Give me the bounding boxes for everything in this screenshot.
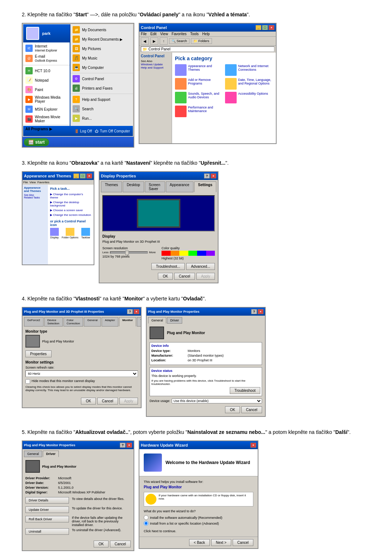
mp-close-btn[interactable]: × (258, 309, 264, 314)
pnp-tab-monitor[interactable]: Monitor (119, 317, 136, 327)
cp-file-menu[interactable]: File (141, 32, 147, 36)
huw-option-2-radio[interactable] (144, 521, 148, 526)
acc-folder-icon-item[interactable]: Folder Options (62, 228, 78, 239)
pnp-tab-troubleshoot[interactable]: Troubleshoot (137, 317, 142, 327)
dp-resolution-slider[interactable] (110, 251, 148, 254)
pnp-tab-general[interactable]: General (84, 317, 101, 327)
pnp-hide-modes-checkbox[interactable] (25, 379, 30, 384)
acc-display-icon-item[interactable]: Display (50, 228, 59, 239)
dp-tab-settings[interactable]: Settings (194, 181, 216, 192)
mp-ok-btn[interactable]: OK (225, 406, 240, 413)
acc-file-menu[interactable]: File (23, 181, 28, 184)
mp-tab-general[interactable]: General (148, 317, 166, 324)
driver-tab-general[interactable]: General (24, 451, 42, 457)
sm-email-item[interactable]: @ E-mailOutlook Express (23, 53, 70, 63)
driver-close-btn[interactable]: × (126, 443, 132, 448)
sm-paint-item[interactable]: 🎨 Paint (23, 85, 70, 94)
pnp-cancel-btn[interactable]: Cancel (97, 398, 118, 405)
driver-help-btn[interactable]: ? (120, 443, 126, 448)
cp-cat-network[interactable]: Network and Internet Connections (225, 64, 273, 76)
cp-close-btn[interactable]: × (269, 25, 274, 30)
sm-notepad-item[interactable]: 📝 Notepad (23, 75, 70, 85)
dp-cancel-btn[interactable]: Cancel (174, 273, 195, 280)
pnp-tab-colorcorr[interactable]: Color Correction (64, 317, 83, 327)
mp-cancel-btn[interactable]: Cancel (241, 406, 262, 413)
cp-search-btn[interactable]: 🔍 Search (169, 38, 189, 44)
pnp-close-btn[interactable]: × (134, 309, 139, 314)
sm-turnoff-btn[interactable]: ⏻ Turn Off Computer (95, 129, 130, 133)
acc-related-tasks[interactable]: Related Tasks (24, 196, 46, 199)
driver-cancel-btn[interactable]: Cancel (110, 541, 131, 547)
acc-task-theme[interactable]: ▶ Change the computer's theme (50, 192, 91, 200)
acc-see-also[interactable]: See Also (24, 194, 46, 196)
mp-help-btn[interactable]: ? (251, 309, 257, 314)
cp-up-btn[interactable]: ↑ (160, 37, 168, 45)
cp-back-btn[interactable]: ◀ (141, 37, 149, 45)
mp-usage-select[interactable]: Use this device (enable) (172, 398, 262, 403)
pnp-tab-geforce[interactable]: GeForce2 (24, 317, 44, 327)
huw-cancel-btn[interactable]: Cancel (233, 539, 253, 546)
dp-advanced-btn[interactable]: Advanced... (186, 263, 215, 270)
huw-close-btn[interactable]: × (250, 443, 256, 448)
cp-tools-menu[interactable]: Tools (190, 32, 199, 36)
driver-rollback-btn[interactable]: Roll Back Driver (25, 516, 69, 522)
acc-taskbar-icon-item[interactable]: Taskbar (81, 228, 90, 239)
cp-cat-sounds[interactable]: Sounds, Speech, and Audio Devices (175, 92, 223, 103)
cp-windows-update-link[interactable]: Windows Update (141, 63, 170, 66)
driver-ok-btn[interactable]: OK (94, 541, 108, 547)
cp-favorites-menu[interactable]: Favorites (172, 32, 187, 36)
mp-troubleshoot-btn[interactable]: Troubleshoot (230, 387, 260, 394)
pnp-properties-btn[interactable]: Properties (25, 350, 52, 357)
acc-task-resolution[interactable]: ▶ Change the screen resolution (50, 213, 91, 217)
acc-maximize-btn[interactable]: □ (80, 173, 86, 178)
acc-task-background[interactable]: ▶ Change the desktop background (50, 200, 91, 208)
sm-mycomputer-item[interactable]: 💻 My Computer (70, 63, 133, 72)
cp-minimize-btn[interactable]: _ (256, 25, 261, 30)
cp-cat-date[interactable]: Date, Time, Language, and Regional Optio… (225, 78, 273, 90)
sm-search-item[interactable]: 🔍 Search (70, 104, 133, 114)
acc-minimize-btn[interactable]: _ (73, 173, 79, 178)
cp-cat-accessibility[interactable]: Accessibility Options (225, 92, 273, 103)
dp-help-btn[interactable]: ? (204, 173, 210, 178)
dp-tab-screensaver[interactable]: Screen Saver (145, 181, 165, 192)
acc-favorites-menu[interactable]: Favorites (37, 181, 49, 184)
dp-tab-desktop[interactable]: Desktop (123, 181, 144, 192)
dp-ok-btn[interactable]: OK (158, 273, 172, 280)
cp-cat-performance[interactable]: Performance and Maintenance (175, 106, 223, 117)
dp-close-btn[interactable]: × (211, 173, 216, 178)
sm-mypictures-item[interactable]: 🖼 My Pictures (70, 44, 133, 53)
pnp-apply-btn[interactable]: Apply (119, 398, 138, 405)
cp-edit-menu[interactable]: Edit (150, 32, 156, 36)
mp-tab-driver[interactable]: Driver (167, 317, 182, 324)
cp-cat-appearance[interactable]: Appearance and Themes (175, 64, 223, 76)
sm-hct-item[interactable]: H HCT 10.0 (23, 66, 70, 75)
cp-maximize-btn[interactable]: □ (262, 25, 268, 30)
sm-controlpanel-item[interactable]: ⚙ Control Panel (70, 74, 133, 83)
sm-msn-item[interactable]: M MSN Explorer (23, 104, 70, 114)
sm-run-item[interactable]: ▶ Run... (70, 114, 133, 123)
sm-wmp-item[interactable]: ▶ Windows Media Player (23, 94, 70, 104)
pnp-ok-btn[interactable]: OK (81, 398, 95, 405)
sm-myrecent-item[interactable]: 📁 My Recent Documents ▶ (70, 34, 133, 44)
cp-help-menu[interactable]: Help (202, 32, 210, 36)
sm-logoff-btn[interactable]: 🚪 Log Off (74, 129, 92, 133)
huw-back-btn[interactable]: < Back (189, 539, 210, 546)
dp-apply-btn[interactable]: Apply (196, 273, 215, 280)
driver-tab-driver[interactable]: Driver (43, 451, 59, 457)
pnp-tab-adapter[interactable]: Adapter (102, 317, 118, 327)
cp-help-link[interactable]: Help and Support (141, 66, 170, 69)
start-button[interactable]: 🪟 start (24, 138, 49, 146)
dp-troubleshoot-btn[interactable]: Troubleshoot... (151, 263, 185, 270)
sm-all-programs-item[interactable]: All Programs ▶ (23, 126, 70, 132)
driver-uninstall-btn[interactable]: Uninstall (25, 528, 69, 535)
dp-tab-appearance[interactable]: Appearance (166, 181, 193, 192)
acc-close-btn[interactable]: × (86, 173, 92, 178)
cp-address-text[interactable]: Control Panel (148, 47, 171, 51)
sm-help-item[interactable]: ? Help and Support (70, 95, 133, 104)
huw-next-btn[interactable]: Next > (211, 539, 231, 546)
driver-details-btn[interactable]: Driver Details (25, 497, 69, 504)
pnp-refresh-select[interactable]: 60 Hertz 75 Hertz 85 Hertz (25, 370, 138, 377)
cp-cat-addremove[interactable]: Add or Remove Programs (175, 78, 223, 90)
acc-view-menu[interactable]: View (29, 181, 36, 184)
pnp-tab-devsel[interactable]: Device Selection (44, 317, 63, 327)
